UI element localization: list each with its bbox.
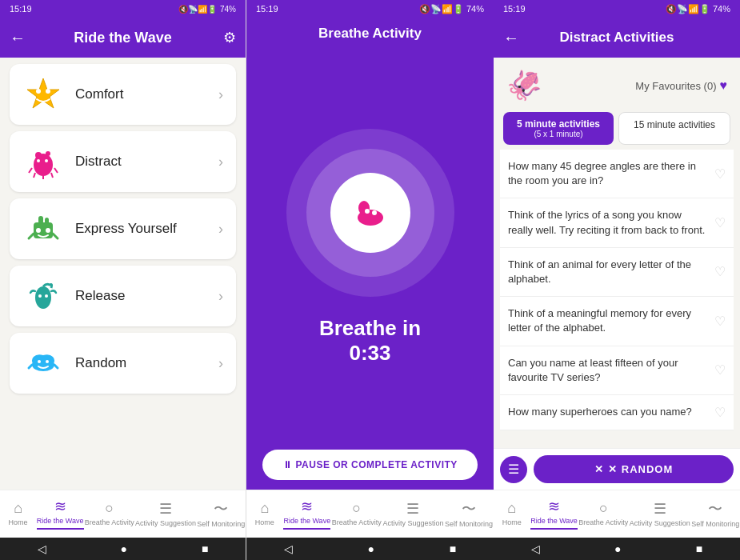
svg-line-8	[29, 168, 32, 173]
sys-home-2[interactable]: ●	[368, 542, 374, 555]
release-chevron: ›	[218, 288, 223, 305]
nav-breathe-3[interactable]: ○ Breathe Activity	[578, 500, 628, 526]
heart-icon-2[interactable]: ♡	[714, 215, 726, 230]
sys-home-1[interactable]: ●	[121, 542, 127, 555]
list-item[interactable]: Think of a meaningful memory for every l…	[500, 297, 734, 346]
home-icon-3: ⌂	[507, 500, 516, 517]
distract-label: Distract	[75, 154, 218, 170]
svg-point-4	[35, 152, 42, 158]
breathe-icon-1: ○	[105, 500, 114, 517]
circle-outer	[286, 129, 454, 297]
sys-recent-2[interactable]: ■	[450, 542, 456, 555]
nav-self-label-2: Self Monitoring	[445, 520, 493, 528]
distract-chevron: ›	[218, 154, 223, 170]
status-bar-1: 15:19 🔇📡📶🔋 74%	[0, 0, 246, 18]
nav-ride-2[interactable]: ≋ Ride the Wave	[283, 498, 330, 530]
panel3-bottom-bar: ☰ ✕ ✕ RANDOM	[494, 448, 740, 490]
home-icon-1: ⌂	[14, 500, 22, 517]
heart-icon: ♥	[720, 78, 728, 93]
activity-text-1: How many 45 degree angles are there in t…	[508, 159, 708, 188]
svg-rect-14	[38, 216, 43, 224]
pause-button[interactable]: ⏸ PAUSE OR COMPLETE ACTIVITY	[262, 450, 478, 480]
active-indicator-2	[283, 528, 330, 530]
breathe-area: Breathe in 0:33	[246, 53, 494, 450]
panel1-bottom-nav: ⌂ Home ≋ Ride the Wave ○ Breathe Activit…	[0, 490, 246, 538]
list-item[interactable]: How many superheroes can you name? ♡	[500, 395, 734, 430]
menu-item-distract[interactable]: Distract ›	[10, 131, 236, 192]
nav-ride-label-1: Ride the Wave	[37, 517, 84, 525]
sys-recent-3[interactable]: ■	[696, 542, 702, 555]
wave-icon-3: ≋	[548, 498, 560, 515]
heart-icon-3[interactable]: ♡	[714, 264, 726, 279]
express-chevron: ›	[218, 221, 223, 238]
menu-item-release[interactable]: Release ›	[10, 266, 236, 326]
svg-point-29	[372, 210, 377, 215]
random-button[interactable]: ✕ ✕ RANDOM	[534, 455, 734, 483]
wave-icon-2: ≋	[301, 498, 313, 515]
nav-ride-1[interactable]: ≋ Ride the Wave	[37, 498, 84, 530]
sys-back-3[interactable]: ◁	[531, 542, 540, 555]
nav-home-2[interactable]: ⌂ Home	[247, 500, 282, 526]
back-button-3[interactable]: ←	[503, 29, 519, 47]
panel1-title: Ride the Wave	[74, 30, 171, 46]
nav-activity-1[interactable]: ☰ Activity Suggestion	[135, 500, 196, 527]
heart-icon-5[interactable]: ♡	[714, 362, 726, 378]
list-item[interactable]: Think of the lyrics of a song you know r…	[500, 198, 734, 247]
svg-point-16	[36, 228, 41, 233]
nav-activity-label-1: Activity Suggestion	[135, 519, 196, 527]
svg-marker-0	[27, 78, 59, 108]
random-label: Random	[75, 355, 218, 371]
nav-breathe-2[interactable]: ○ Breathe Activity	[332, 500, 382, 526]
heart-icon-1[interactable]: ♡	[714, 166, 726, 182]
nav-home-3[interactable]: ⌂ Home	[494, 500, 530, 526]
list-item[interactable]: How many 45 degree angles are there in t…	[500, 150, 734, 198]
release-icon	[22, 275, 64, 317]
tab-15min[interactable]: 15 minute activities	[618, 112, 730, 145]
activity-tabs: 5 minute activities (5 x 1 minute) 15 mi…	[503, 112, 730, 145]
list-item[interactable]: Can you name at least fifteen of your fa…	[500, 346, 734, 395]
favourites-label[interactable]: My Favourites (0) ♥	[635, 78, 727, 93]
heart-icon-6[interactable]: ♡	[714, 405, 726, 420]
nav-ride-label-2: Ride the Wave	[283, 517, 330, 525]
activity-text-4: Think of a meaningful memory for every l…	[508, 306, 708, 335]
menu-item-express[interactable]: Express Yourself ›	[10, 198, 236, 259]
nav-activity-3[interactable]: ☰ Activity Suggestion	[630, 500, 690, 527]
sys-back-1[interactable]: ◁	[38, 542, 46, 555]
nav-breathe-1[interactable]: ○ Breathe Activity	[85, 500, 134, 526]
active-indicator-3	[530, 528, 578, 530]
sys-home-3[interactable]: ●	[614, 542, 621, 555]
comfort-label: Comfort	[75, 86, 218, 102]
panel-breathe: 15:19 🔇📡📶🔋 74% Breathe Activity Breathe …	[246, 0, 494, 560]
back-button-1[interactable]: ←	[10, 29, 26, 47]
nav-home-1[interactable]: ⌂ Home	[1, 500, 36, 526]
menu-item-random[interactable]: Random ›	[10, 333, 236, 394]
circle-middle	[306, 149, 434, 277]
nav-self-label-3: Self Monitoring	[691, 520, 739, 528]
tab-5min[interactable]: 5 minute activities (5 x 1 minute)	[503, 112, 614, 145]
activity-text-2: Think of the lyrics of a song you know r…	[508, 208, 708, 237]
time-3: 15:19	[503, 4, 526, 14]
wave-icon-1: ≋	[54, 498, 66, 515]
svg-point-1	[36, 89, 41, 94]
nav-home-label-2: Home	[255, 518, 274, 526]
nav-self-2[interactable]: 〜 Self Monitoring	[445, 499, 493, 528]
random-x-icon: ✕	[594, 463, 604, 475]
sys-back-2[interactable]: ◁	[284, 542, 293, 555]
heart-icon-4[interactable]: ♡	[714, 314, 726, 329]
nav-ride-3[interactable]: ≋ Ride the Wave	[530, 498, 578, 530]
nav-self-3[interactable]: 〜 Self Monitoring	[691, 499, 739, 528]
list-item[interactable]: Think of an animal for every letter of t…	[500, 248, 734, 297]
panel3-title: Distract Activities	[560, 30, 674, 46]
breathe-label: Breathe in	[319, 316, 421, 341]
menu-item-comfort[interactable]: Comfort ›	[10, 64, 236, 125]
svg-point-5	[46, 151, 50, 156]
activity-text-6: How many superheroes can you name?	[508, 405, 708, 419]
nav-activity-2[interactable]: ☰ Activity Suggestion	[382, 500, 443, 527]
list-icon-button[interactable]: ☰	[500, 456, 527, 483]
settings-button[interactable]: ⚙	[223, 29, 236, 46]
comfort-chevron: ›	[218, 86, 223, 103]
status-icons-2: 🔇📡📶🔋 74%	[419, 4, 484, 14]
sys-recent-1[interactable]: ■	[202, 542, 208, 555]
svg-point-21	[38, 294, 42, 298]
nav-self-1[interactable]: 〜 Self Monitoring	[197, 499, 245, 528]
